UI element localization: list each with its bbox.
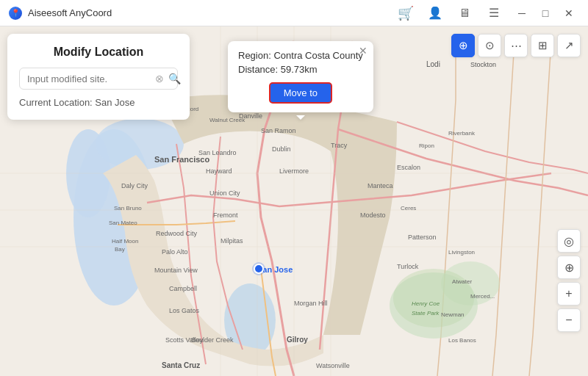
- map-controls: ◎ ⊕ + −: [557, 229, 581, 332]
- svg-text:Patterson: Patterson: [408, 234, 437, 241]
- map-ctrl-zoom-in[interactable]: +: [557, 282, 581, 306]
- map-tool-dots[interactable]: ⊞: [531, 34, 554, 57]
- app-logo: [9, 7, 22, 20]
- user-btn[interactable]: 👤: [423, 1, 447, 25]
- svg-text:Ripon: Ripon: [419, 142, 434, 149]
- svg-text:Stockton: Stockton: [470, 61, 496, 68]
- svg-text:Los Banos: Los Banos: [448, 337, 476, 344]
- popup-close-btn[interactable]: ✕: [359, 46, 368, 56]
- svg-text:Manteca: Manteca: [368, 182, 393, 189]
- popup-distance: Distance: 59.73km: [238, 64, 363, 75]
- svg-text:Milpitas: Milpitas: [220, 237, 243, 245]
- svg-text:San Bruno: San Bruno: [114, 205, 142, 212]
- svg-text:Livermore: Livermore: [279, 167, 309, 175]
- svg-text:Gilroy: Gilroy: [287, 336, 308, 344]
- svg-text:Lodi: Lodi: [426, 60, 440, 68]
- svg-text:Newman: Newman: [441, 311, 465, 318]
- svg-text:Modesto: Modesto: [360, 212, 386, 219]
- location-marker: [254, 264, 264, 274]
- svg-point-7: [393, 269, 474, 328]
- svg-text:Merced...: Merced...: [470, 293, 495, 300]
- svg-text:Riverbank: Riverbank: [448, 130, 476, 137]
- svg-text:Walnut Creek: Walnut Creek: [209, 117, 245, 123]
- svg-text:San Ramon: San Ramon: [261, 127, 296, 134]
- app-title: Aiseesoft AnyCoord: [28, 7, 394, 18]
- map-ctrl-crosshair[interactable]: ⊕: [557, 256, 581, 279]
- svg-text:Los Gatos: Los Gatos: [169, 307, 200, 314]
- search-input[interactable]: [27, 73, 151, 84]
- svg-text:Redwood City: Redwood City: [156, 230, 198, 237]
- sidebar-title: Modify Location: [19, 46, 178, 59]
- map-ctrl-zoom-out[interactable]: −: [557, 308, 581, 332]
- svg-text:Turlock: Turlock: [397, 263, 419, 270]
- svg-text:Fremont: Fremont: [213, 212, 238, 219]
- monitor-btn[interactable]: 🖥: [453, 1, 476, 25]
- title-bar: Aiseesoft AnyCoord 🛒 👤 🖥 ☰ ─ □ ✕: [0, 0, 588, 26]
- svg-text:Hayward: Hayward: [206, 167, 232, 175]
- svg-text:Bay: Bay: [115, 246, 125, 253]
- svg-text:Mountain View: Mountain View: [154, 267, 198, 274]
- svg-text:Watsonville: Watsonville: [316, 362, 350, 369]
- minimize-btn[interactable]: ─: [512, 3, 532, 24]
- map-tools: ⊕ ⊙ ⋯ ⊞ ↗: [451, 34, 581, 57]
- current-location-label: Current Location: San Jose: [19, 97, 178, 108]
- svg-text:Henry Coe: Henry Coe: [412, 300, 440, 307]
- svg-text:Dublin: Dublin: [272, 145, 291, 153]
- svg-text:Campbell: Campbell: [169, 285, 197, 292]
- svg-text:Morgan Hill: Morgan Hill: [294, 300, 328, 307]
- svg-text:Ceres: Ceres: [401, 205, 416, 212]
- cart-btn[interactable]: 🛒: [394, 1, 417, 25]
- sidebar-panel: Modify Location ⊗ 🔍 Current Location: Sa…: [7, 34, 190, 120]
- search-box: ⊗ 🔍: [19, 68, 178, 90]
- svg-text:Tracy: Tracy: [331, 142, 348, 149]
- menu-btn[interactable]: ☰: [482, 1, 506, 25]
- map-ctrl-location-dot[interactable]: ◎: [557, 229, 581, 253]
- clear-icon[interactable]: ⊗: [155, 73, 164, 84]
- close-btn[interactable]: ✕: [559, 3, 579, 24]
- map-tool-location[interactable]: ⊕: [451, 34, 475, 57]
- svg-text:Boulder Creek: Boulder Creek: [191, 336, 234, 344]
- svg-text:Livingston: Livingston: [448, 249, 475, 256]
- search-icon[interactable]: 🔍: [168, 73, 181, 84]
- svg-text:Palo Alto: Palo Alto: [162, 248, 188, 256]
- svg-text:San Leandro: San Leandro: [198, 149, 237, 156]
- svg-text:Half Moon: Half Moon: [112, 238, 138, 245]
- map-tool-export[interactable]: ↗: [557, 34, 581, 57]
- svg-text:Escalon: Escalon: [397, 164, 420, 171]
- svg-text:Daly City: Daly City: [121, 182, 148, 189]
- svg-text:Union City: Union City: [209, 189, 240, 197]
- svg-text:Santa Cruz: Santa Cruz: [162, 361, 200, 369]
- main-content: San Francisco Daly City San Bruno San Ma…: [0, 26, 588, 376]
- svg-text:Atwater: Atwater: [452, 278, 472, 285]
- svg-text:State Park: State Park: [412, 310, 440, 317]
- map-tool-pin[interactable]: ⊙: [478, 34, 501, 57]
- map-tool-route[interactable]: ⋯: [504, 34, 528, 57]
- maximize-btn[interactable]: □: [535, 3, 556, 24]
- window-controls: ─ □ ✕: [512, 3, 579, 24]
- popup-region: Region: Contra Costa County: [238, 50, 363, 61]
- move-to-button[interactable]: Move to: [269, 82, 332, 104]
- svg-text:San Mateo: San Mateo: [109, 220, 137, 226]
- popup-balloon: ✕ Region: Contra Costa County Distance: …: [228, 41, 373, 112]
